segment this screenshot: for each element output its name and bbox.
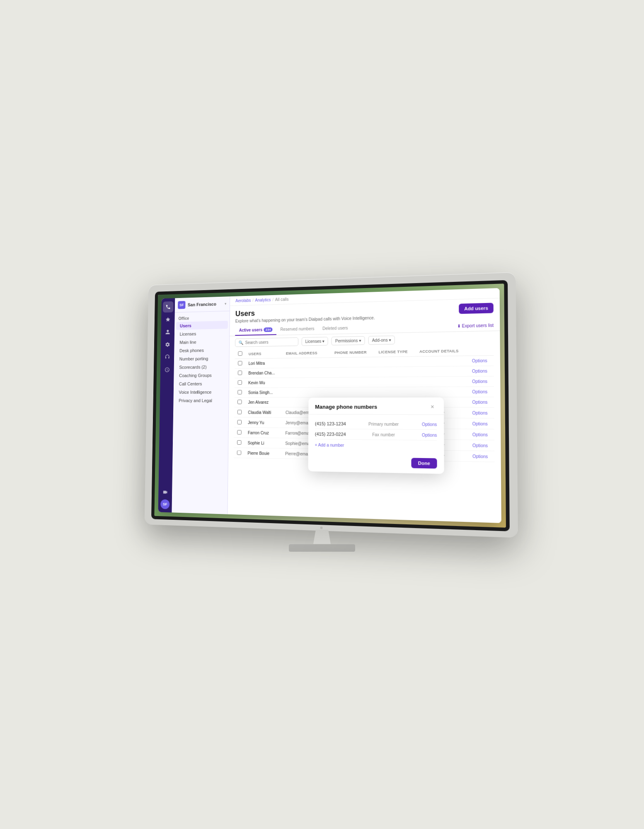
row-options-button-4[interactable]: Options: [469, 397, 494, 407]
sidebar-item-coachinggroups[interactable]: Coaching Groups: [175, 371, 228, 379]
breadcrumb-sep2: /: [272, 297, 274, 302]
add-users-button[interactable]: Add users: [459, 303, 494, 314]
row-license-1: [375, 366, 416, 377]
row-license-3: [375, 387, 416, 397]
row-email-2: [282, 377, 331, 388]
row-phone-3: [331, 387, 375, 397]
row-checkbox-0[interactable]: [238, 361, 242, 365]
addons-filter-button[interactable]: Add-ons ▾: [368, 335, 395, 344]
sidebar-item-users[interactable]: Users: [176, 320, 228, 330]
addons-label: Add-ons: [372, 337, 388, 342]
chevron-down-icon: ▾: [225, 301, 227, 305]
sidebar-item-numberporting[interactable]: Number porting: [176, 354, 228, 363]
sidebar-item-callcenters[interactable]: Call Centers: [175, 379, 228, 388]
row-checkbox-8[interactable]: [237, 440, 242, 444]
col-users-header: USERS: [245, 349, 283, 359]
phone-row-1: (415) 223-0224 Fax number Options: [315, 429, 437, 440]
users-table-container: USERS EMAIL ADDRESS PHONE NUMBER LICENSE…: [228, 345, 501, 523]
person-icon[interactable]: [162, 326, 173, 337]
phone-options-button-1[interactable]: Options: [422, 432, 437, 437]
phone-number-0: (415) 123-1234: [315, 421, 346, 426]
phone-icon[interactable]: [163, 301, 174, 312]
col-options-header: [468, 345, 494, 356]
gear-icon[interactable]: [162, 339, 173, 350]
row-options-button-0[interactable]: Options: [468, 355, 494, 366]
modal-title: Manage phone numbers: [315, 403, 377, 410]
row-check-cell: [234, 397, 245, 407]
phone-number-1: (415) 223-0224: [315, 431, 346, 436]
sidebar-item-users-label: Users: [180, 323, 191, 328]
row-options-button-6[interactable]: Options: [469, 418, 494, 429]
row-check-cell: [234, 427, 245, 438]
user-avatar[interactable]: SF: [160, 499, 169, 509]
sidebar-item-mainline-label: Main line: [179, 339, 196, 344]
tab-reserved-numbers[interactable]: Reserved numbers: [276, 324, 319, 335]
video-icon[interactable]: [160, 486, 171, 498]
add-number-label: + Add a number: [315, 443, 344, 448]
sidebar-item-deskphones[interactable]: Desk phones: [176, 346, 228, 354]
sidebar-item-mainline[interactable]: Main line: [176, 337, 228, 346]
row-options-button-3[interactable]: Options: [468, 386, 494, 397]
row-check-cell: [234, 407, 245, 417]
export-users-link[interactable]: ⬇ Export users list: [457, 323, 494, 328]
row-name-7: Farron Cruz: [245, 427, 282, 438]
headset-icon[interactable]: [162, 351, 173, 363]
row-options-button-8[interactable]: Options: [469, 440, 494, 451]
sidebar-item-numberporting-label: Number porting: [179, 356, 208, 361]
row-checkbox-2[interactable]: [238, 380, 242, 385]
search-icon: 🔍: [239, 340, 243, 345]
sidebar-item-licenses[interactable]: Licenses: [176, 329, 228, 338]
row-checkbox-4[interactable]: [237, 400, 242, 404]
sidebar-item-privacy[interactable]: Privacy and Legal: [175, 396, 227, 404]
star-icon[interactable]: [162, 314, 173, 325]
row-name-4: Jen Alvarez: [245, 397, 282, 407]
modal-body: (415) 123-1234 Primary number Options (4…: [308, 414, 444, 455]
row-check-cell: [234, 417, 245, 427]
row-checkbox-5[interactable]: [237, 410, 242, 414]
download-icon: ⬇: [457, 323, 461, 328]
row-options-button-5[interactable]: Options: [469, 407, 494, 418]
modal-close-button[interactable]: ×: [428, 402, 437, 411]
clock-icon[interactable]: [162, 364, 173, 375]
search-box[interactable]: 🔍: [235, 337, 298, 347]
modal-header: Manage phone numbers ×: [308, 397, 444, 414]
breadcrumb-analytics[interactable]: Analytics: [255, 297, 271, 302]
addons-chevron-icon: ▾: [389, 337, 391, 342]
row-icons-2: [416, 376, 469, 387]
row-options-button-9[interactable]: Options: [469, 451, 494, 462]
phone-type-0: Primary number: [368, 422, 399, 427]
page-header-left: Users Explore what's happening on your t…: [235, 306, 375, 323]
tab-deleted-users[interactable]: Deleted users: [318, 323, 352, 334]
add-number-link[interactable]: + Add a number: [315, 439, 437, 450]
sidebar-office-section: Office Users Licenses Main line: [173, 311, 230, 406]
row-checkbox-1[interactable]: [238, 371, 242, 375]
phone-options-button-0[interactable]: Options: [422, 422, 437, 427]
table-row: Kevin Wu Options: [235, 376, 494, 388]
row-options-button-2[interactable]: Options: [468, 376, 494, 386]
row-check-cell: [234, 448, 245, 458]
permissions-filter-button[interactable]: Permissions ▾: [332, 336, 365, 345]
tab-deleted-label: Deleted users: [322, 325, 348, 330]
permissions-label: Permissions: [335, 338, 358, 343]
phone-row-0: (415) 123-1234 Primary number Options: [315, 418, 437, 429]
row-name-6: Jenny Yu: [245, 417, 282, 427]
modal-done-button[interactable]: Done: [411, 458, 437, 468]
table-row: Sonia Singh... Options: [235, 386, 494, 397]
select-all-checkbox[interactable]: [238, 351, 242, 356]
sidebar-item-scorecards[interactable]: Scorecards (2): [175, 363, 228, 371]
tab-active-users-label: Active users: [239, 327, 262, 332]
row-options-button-1[interactable]: Options: [468, 366, 494, 376]
breadcrumb-aerolabs[interactable]: Aerolabs: [235, 298, 251, 303]
sidebar-header[interactable]: SF San Francisco ▾: [175, 296, 230, 313]
licenses-filter-button[interactable]: Licenses ▾: [302, 337, 328, 346]
tab-active-users[interactable]: Active users 234: [235, 325, 276, 335]
row-check-cell: [235, 368, 245, 378]
row-options-button-7[interactable]: Options: [469, 429, 494, 440]
sidebar-item-scorecards-label: Scorecards (2): [179, 364, 206, 369]
row-checkbox-3[interactable]: [237, 390, 242, 394]
row-checkbox-6[interactable]: [237, 419, 242, 424]
row-checkbox-7[interactable]: [237, 430, 242, 434]
search-input[interactable]: [245, 339, 295, 345]
row-checkbox-9[interactable]: [237, 450, 242, 455]
sidebar-item-voiceintelligence[interactable]: Voice Intelligence: [175, 388, 227, 396]
